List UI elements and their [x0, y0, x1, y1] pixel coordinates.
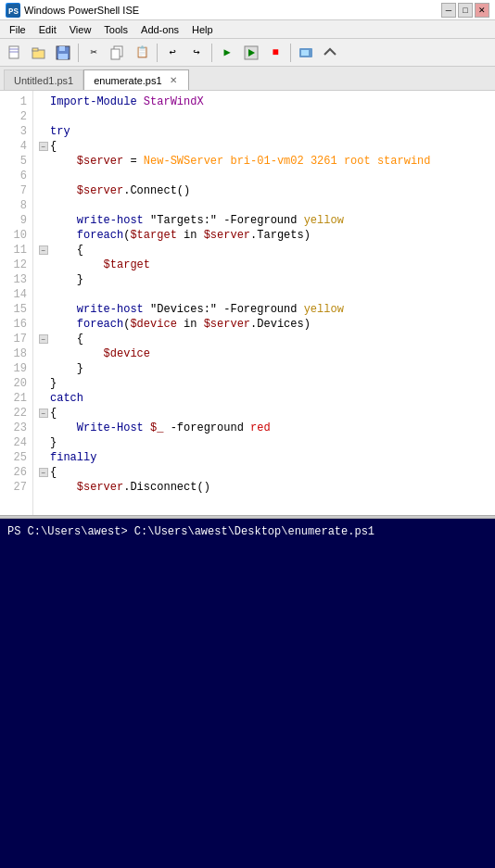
editor-pane: 1234567891011121314151617181920212223242… — [0, 91, 495, 515]
code-line-22: −{ — [39, 406, 489, 421]
code-area[interactable]: Import-Module StarWindXtry−{ $server = N… — [33, 91, 495, 515]
code-line-8 — [39, 198, 489, 213]
svg-text:PS: PS — [8, 7, 19, 17]
code-line-27: $server.Disconnect() — [39, 480, 489, 495]
code-line-17: − { — [39, 332, 489, 346]
code-line-21: catch — [39, 391, 489, 406]
code-line-6 — [39, 169, 489, 183]
run-selection-button[interactable] — [240, 42, 262, 64]
undo-button[interactable]: ↩ — [161, 42, 184, 64]
code-line-1: Import-Module StarWindX — [39, 94, 489, 109]
save-button[interactable] — [52, 42, 74, 64]
cut-button[interactable]: ✂ — [82, 42, 105, 64]
code-line-26: −{ — [39, 465, 489, 480]
tab-untitled[interactable]: Untitled1.ps1 — [4, 69, 83, 90]
tab-enumerate-label: enumerate.ps1 — [94, 75, 161, 86]
window-title: Windows PowerShell ISE — [24, 5, 438, 16]
code-line-19: } — [39, 361, 489, 376]
sep2 — [157, 44, 158, 62]
maximize-button[interactable]: □ — [458, 3, 473, 18]
code-line-23: Write-Host $_ -foreground red — [39, 421, 489, 435]
open-button[interactable] — [28, 42, 50, 64]
code-line-4: −{ — [39, 139, 489, 154]
code-line-14 — [39, 287, 489, 302]
title-bar: PS Windows PowerShell ISE ─ □ ✕ — [0, 0, 495, 20]
code-line-18: $device — [39, 346, 489, 361]
stop-button[interactable]: ■ — [264, 42, 286, 64]
menu-file[interactable]: File — [4, 23, 32, 36]
code-line-13: } — [39, 272, 489, 287]
tab-untitled-label: Untitled1.ps1 — [14, 75, 73, 86]
code-line-2 — [39, 109, 489, 124]
fold-marker-4[interactable]: − — [39, 142, 48, 151]
console-line-1: PS C:\Users\awest> C:\Users\awest\Deskto… — [7, 524, 488, 539]
code-line-3: try — [39, 124, 489, 139]
code-line-11: − { — [39, 243, 489, 258]
tabs-bar: Untitled1.ps1 enumerate.ps1 ✕ — [0, 67, 495, 91]
menu-tools[interactable]: Tools — [98, 23, 133, 36]
menu-help[interactable]: Help — [186, 23, 219, 36]
code-line-25: finally — [39, 450, 489, 465]
window-controls: ─ □ ✕ — [441, 3, 489, 18]
code-line-24: } — [39, 435, 489, 450]
console-pane[interactable]: PS C:\Users\awest> C:\Users\awest\Deskto… — [0, 519, 495, 868]
menu-bar: File Edit View Tools Add-ons Help — [0, 20, 495, 39]
svg-rect-9 — [58, 54, 68, 59]
app-icon: PS — [6, 3, 20, 18]
menu-view[interactable]: View — [64, 23, 97, 36]
new-button[interactable] — [4, 42, 26, 64]
code-line-5: $server = New-SWServer bri-01-vm02 3261 … — [39, 154, 489, 169]
fold-marker-26[interactable]: − — [39, 468, 48, 477]
code-line-12: $target — [39, 258, 489, 272]
toolbar: ✂ 📋 ↩ ↪ ▶ ■ — [0, 39, 495, 67]
svg-rect-15 — [301, 50, 309, 56]
new-remote-tab-button[interactable] — [295, 42, 317, 64]
svg-rect-6 — [32, 48, 38, 51]
line-numbers: 1234567891011121314151617181920212223242… — [0, 91, 33, 515]
tab-enumerate-close[interactable]: ✕ — [168, 74, 179, 86]
code-line-9: write-host "Targets:" -Foreground yellow — [39, 213, 489, 228]
redo-button[interactable]: ↪ — [185, 42, 208, 64]
fold-marker-11[interactable]: − — [39, 245, 48, 255]
menu-addons[interactable]: Add-ons — [135, 23, 184, 36]
tab-enumerate[interactable]: enumerate.ps1 ✕ — [83, 69, 188, 90]
svg-rect-11 — [111, 49, 120, 59]
run-button[interactable]: ▶ — [216, 42, 238, 64]
sep3 — [211, 44, 212, 62]
code-line-10: foreach($target in $server.Targets) — [39, 228, 489, 243]
expand-button[interactable] — [319, 42, 341, 64]
sep4 — [290, 44, 291, 62]
minimize-button[interactable]: ─ — [441, 3, 456, 18]
menu-edit[interactable]: Edit — [33, 23, 62, 36]
code-line-7: $server.Connect() — [39, 183, 489, 198]
svg-rect-8 — [59, 46, 65, 51]
code-line-16: foreach($device in $server.Devices) — [39, 317, 489, 332]
sep1 — [78, 44, 79, 62]
paste-button[interactable]: 📋 — [131, 42, 153, 64]
close-button[interactable]: ✕ — [475, 3, 489, 18]
fold-marker-22[interactable]: − — [39, 409, 48, 418]
code-line-15: write-host "Devices:" -Foreground yellow — [39, 302, 489, 317]
copy-button[interactable] — [107, 42, 129, 64]
code-line-20: } — [39, 376, 489, 391]
fold-marker-17[interactable]: − — [39, 334, 48, 344]
